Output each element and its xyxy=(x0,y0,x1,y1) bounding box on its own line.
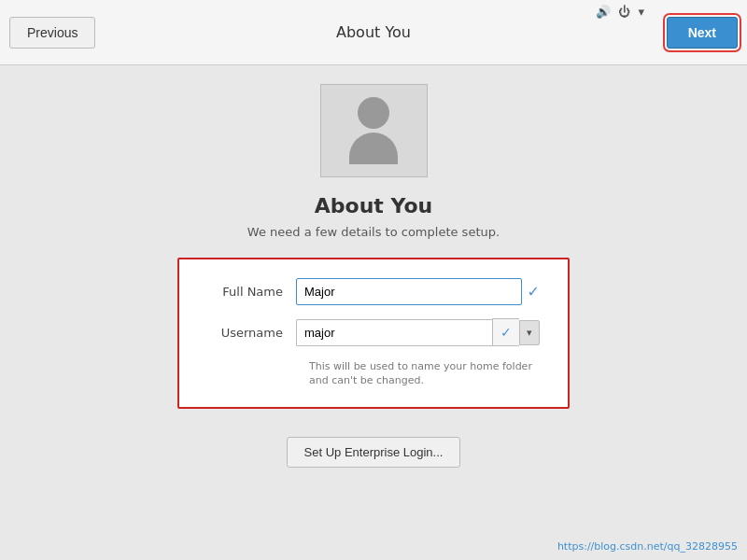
avatar-body xyxy=(349,133,398,164)
username-input[interactable] xyxy=(296,319,492,346)
fullname-input[interactable] xyxy=(296,278,522,305)
about-you-subtitle: We need a few details to complete setup. xyxy=(247,225,500,239)
fullname-check-icon: ✓ xyxy=(528,283,540,301)
avatar-head xyxy=(358,97,389,129)
username-hint: This will be used to name your home fold… xyxy=(309,359,540,388)
avatar-icon xyxy=(349,97,398,164)
username-check-button[interactable]: ✓ xyxy=(492,318,519,346)
power-icon: ⏻ xyxy=(618,5,630,19)
page-title: About You xyxy=(336,23,411,41)
watermark: https://blog.csdn.net/qq_32828955 xyxy=(557,540,738,553)
dropdown-icon[interactable]: ▾ xyxy=(638,5,644,19)
top-bar: Previous About You 🔊 ⏻ ▾ Next xyxy=(0,0,747,65)
username-row: Username ✓ ▾ xyxy=(207,318,540,346)
fullname-label: Full Name xyxy=(207,285,296,299)
fullname-row: Full Name ✓ xyxy=(207,278,540,305)
main-content: About You We need a few details to compl… xyxy=(0,65,747,409)
avatar xyxy=(320,84,428,177)
username-dropdown-button[interactable]: ▾ xyxy=(519,320,540,345)
fullname-input-group: ✓ xyxy=(296,278,540,305)
volume-icon: 🔊 xyxy=(596,5,611,19)
next-button[interactable]: Next xyxy=(667,17,738,49)
form-card: Full Name ✓ Username ✓ ▾ This will be us… xyxy=(177,258,570,409)
username-input-group: ✓ ▾ xyxy=(296,318,540,346)
username-label: Username xyxy=(207,326,296,340)
system-icons: 🔊 ⏻ ▾ xyxy=(596,5,644,19)
about-you-heading: About You xyxy=(315,194,432,217)
bottom-section: Set Up Enterprise Login... xyxy=(0,437,747,468)
previous-button[interactable]: Previous xyxy=(9,17,95,49)
enterprise-login-button[interactable]: Set Up Enterprise Login... xyxy=(287,437,461,468)
